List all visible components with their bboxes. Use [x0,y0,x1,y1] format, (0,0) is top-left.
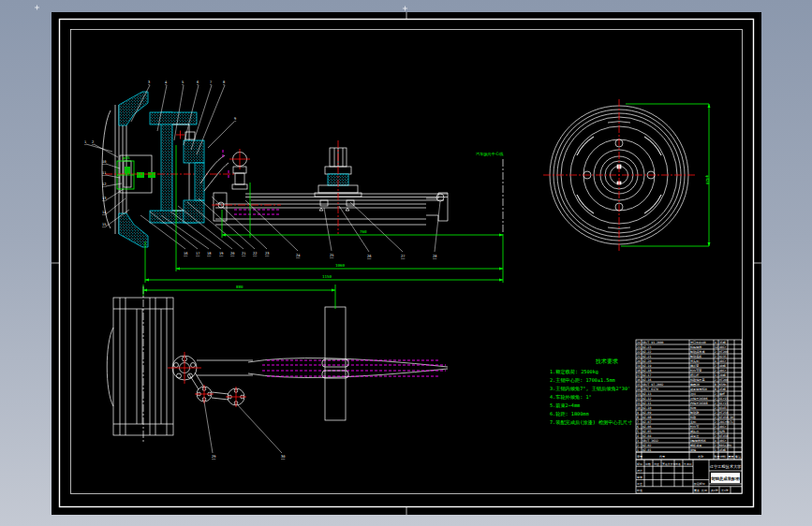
bom-cell: QZ-02 [642,444,651,447]
bom-cell: 9 [637,411,639,415]
bom-cell: 内轴承30308 [690,402,708,405]
bom-cell: 23 [637,345,641,349]
bom-cell: 60Si2Mn [719,444,731,447]
tb-cell: 阶段标记 [694,482,705,486]
callout: 27 [401,255,405,258]
bom-cell: 4 [637,434,639,438]
bom-cell: 2 [715,364,716,368]
callout: 14 [102,211,106,214]
bom-cell: QZ-04 [642,434,651,438]
bom-cell: 2 [715,392,716,396]
bom-cell: U型螺栓M16 [690,439,706,443]
tb-cell: 审核 [637,475,642,479]
bom-cell: 4 [715,341,716,344]
callout: 24 [296,254,300,257]
callout: 20 [230,252,234,256]
bom-cell: 轮胎螺栓 [690,345,701,349]
callout: 6 [197,80,199,84]
bom-cell: QZ-16 [642,378,651,382]
bom-cell: 40Cr [719,425,727,429]
bom-cell: QZ-07 [642,420,651,424]
bom-cell: GCr15 [719,402,728,405]
sheet-number: 第1张 [721,489,729,492]
bom-cell: 11 [637,402,641,405]
bom-header-cell: 代号 [659,455,665,459]
bom-cell: 2 [637,444,639,447]
bom-cell: 8 [715,387,716,391]
bom-cell: 钢板弹簧 [689,444,701,447]
bom-cell: QZ-21 [642,355,651,358]
bom-cell: 12 [715,345,718,349]
callout: 23 [265,252,269,256]
bom-cell: 40Cr [719,345,727,349]
cad-preview-window: 1 2 3 4 5 6 7 8 9 10 11 12 13 14 15 16 1… [0,0,812,526]
callout: 15 [102,223,106,226]
bom-cell: 弹簧座 [690,434,699,438]
bom-cell: 横拉杆 [690,373,699,377]
bom-cell: 22 [637,350,641,354]
callout: 2 [92,140,94,144]
callout: 16 [184,252,187,256]
callout: 7 [210,80,212,84]
bom-cell: 2 [715,416,716,419]
callout: 21 [242,252,245,256]
tb-cell: 工艺 [637,482,642,486]
bom-cell: 5 [637,430,639,433]
bom-cell: 1 [637,448,639,452]
dim-label-3: 1150 [322,274,332,279]
notes-title: 技术要求 [595,358,618,365]
bom-cell: 2 [715,411,716,415]
bom-cell: 16 [637,378,641,382]
bom-cell: 13 [637,392,641,396]
sheet-total: 共1张 [711,489,718,492]
bom-cell: 45钢 [719,387,726,391]
bom-cell: 2 [715,425,716,429]
bom-cell: QZ-20 [642,359,651,363]
bom-cell: 2 [715,444,716,447]
bom-cell: QZ-12 [642,397,651,401]
bom-cell: 前轴 [690,448,696,452]
bom-cell: 12 [637,397,641,401]
bom-cell: 制动底板 [690,355,701,358]
plan-dim-label: 880 [236,285,244,289]
dim-label-kingpin: φ45 [123,155,130,160]
bom-cell: GB/T 97-2002 [642,383,663,387]
bom-cell: HT250 [719,411,728,415]
bom-cell: 2 [715,369,716,373]
bom-cell: 7 [637,420,639,424]
callout: 18 [207,252,211,256]
bom-cell: 21 [637,355,641,358]
bom-cell: 锁紧螺母M20 [689,387,707,391]
bom-cell: 10 [637,406,641,410]
tb-cell: 签名 [675,462,681,466]
tb-cell: 更改文件号 [662,462,676,466]
bom-cell: 40Cr [719,439,727,443]
bom-cell: 梯形臂 [689,363,699,368]
bom-cell: 2 [715,430,716,433]
callout: 3 [148,80,150,84]
callout: 13 [102,197,106,200]
bom-cell: 转向节臂 [690,368,701,373]
bom-cell: QZ-01 [642,448,651,452]
bom-header-cell: 名称 [698,455,704,459]
bom-cell: 40Cr [719,359,727,363]
bom-cell: 18 [637,369,641,373]
bom-cell: Q235 [719,355,727,358]
bom-cell: 减振器 [690,430,699,433]
bom-cell: Q345 [719,406,727,410]
note-line: 1.额定载荷: 2500kg [550,369,598,375]
bom-cell: 2 [715,402,716,405]
bom-cell: GCr15 [719,397,728,401]
bom-cell: 35钢 [719,341,726,344]
callout: 9 [234,117,236,121]
callout: 26 [367,255,371,258]
tb-cell: 比例 [701,489,707,492]
bom-cell: QZ-06 [642,425,651,429]
tb-cell: 重量 [694,489,700,492]
bom-cell: 20 [637,359,641,363]
drum-dim-label: φ420 [705,175,710,185]
callout: 8 [223,80,225,84]
bom-cell: 40钢 [719,364,726,368]
callout: 25 [330,254,333,257]
note-line: 4.车轮外倾角: 1° [550,394,592,401]
